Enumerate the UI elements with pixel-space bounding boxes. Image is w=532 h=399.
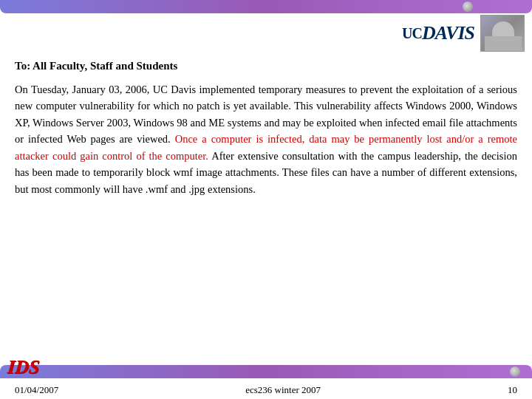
- bottom-decorative-bar: [0, 365, 532, 378]
- footer: 01/04/2007 ecs236 winter 2007 10: [0, 384, 532, 396]
- main-content: To: All Faculty, Staff and Students On T…: [0, 54, 532, 200]
- uc-davis-text-logo: UCDAVIS: [402, 22, 474, 44]
- body-text: On Tuesday, January 03, 2006, UC Davis i…: [15, 81, 517, 197]
- footer-course: ecs236 winter 2007: [245, 384, 321, 396]
- ids-logo-text: IDS: [7, 356, 41, 378]
- bottom-bar-circle: [510, 366, 520, 377]
- recipient-line: To: All Faculty, Staff and Students: [15, 60, 517, 72]
- davis-text: DAVIS: [422, 22, 474, 44]
- uc-davis-image: [480, 15, 525, 52]
- footer-date: 01/04/2007: [15, 384, 58, 396]
- ids-logo: IDS: [7, 356, 41, 378]
- top-decorative-bar: [0, 0, 532, 13]
- header-row: UCDAVIS: [0, 13, 532, 54]
- uc-text: UC: [402, 25, 422, 42]
- logo-container: UCDAVIS: [402, 15, 525, 52]
- footer-page-number: 10: [508, 384, 517, 396]
- top-bar-circle: [463, 1, 473, 12]
